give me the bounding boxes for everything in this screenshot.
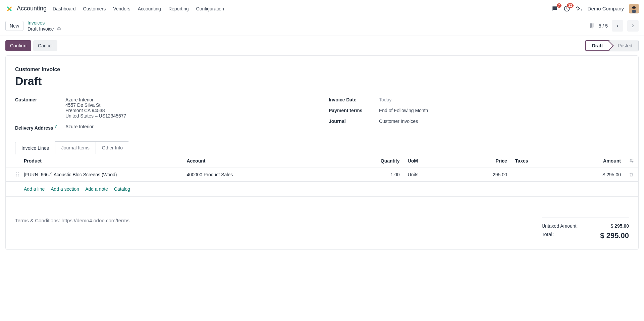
svg-point-12	[18, 174, 19, 175]
app-title[interactable]: Accounting	[17, 5, 47, 12]
col-uom[interactable]: UoM	[404, 154, 454, 168]
tab-invoice-lines[interactable]: Invoice Lines	[15, 142, 55, 154]
control-bar: New Invoices Draft Invoice 5 / 5	[0, 17, 644, 36]
total-value: $ 295.00	[600, 231, 629, 240]
svg-point-11	[16, 174, 17, 175]
untaxed-value: $ 295.00	[611, 223, 629, 229]
app-logo-icon[interactable]	[5, 5, 13, 13]
cell-price[interactable]: 295.00	[454, 168, 511, 181]
untaxed-label: Untaxed Amount:	[542, 223, 578, 229]
cell-account[interactable]: 400000 Product Sales	[182, 168, 347, 181]
journal-field[interactable]: Customer Invoices	[379, 119, 418, 124]
breadcrumb-parent[interactable]: Invoices	[28, 20, 61, 26]
customer-field[interactable]: Azure Interior 4557 De Silva St Fremont …	[65, 97, 126, 119]
customer-addr2: Fremont CA 94538	[65, 108, 126, 113]
drag-handle-icon[interactable]	[16, 172, 20, 177]
svg-point-9	[16, 172, 17, 173]
confirm-button[interactable]: Confirm	[5, 40, 31, 51]
new-button[interactable]: New	[5, 21, 23, 31]
customer-addr3: United States – US12345677	[65, 113, 126, 119]
bookmark-icon[interactable]	[589, 23, 595, 29]
user-avatar[interactable]	[629, 4, 639, 13]
svg-rect-5	[632, 10, 636, 13]
col-price[interactable]: Price	[454, 154, 511, 168]
messages-badge: 7	[557, 3, 561, 8]
totals: Untaxed Amount: $ 295.00 Total: $ 295.00	[542, 218, 629, 241]
add-note-link[interactable]: Add a note	[85, 186, 108, 192]
col-quantity[interactable]: Quantity	[347, 154, 404, 168]
svg-point-7	[631, 159, 632, 160]
customer-name: Azure Interior	[65, 97, 126, 102]
customer-label: Customer	[15, 97, 65, 119]
delivery-address-label: Delivery Address ?	[15, 124, 65, 131]
activities-badge: 22	[567, 3, 573, 8]
customer-addr1: 4557 De Silva St	[65, 102, 126, 108]
col-settings[interactable]	[625, 154, 638, 168]
messages-icon[interactable]: 7	[551, 5, 558, 12]
delivery-address-field[interactable]: Azure Interior	[65, 124, 94, 131]
nav-item-customers[interactable]: Customers	[83, 6, 106, 11]
company-selector[interactable]: Demo Company	[588, 6, 624, 11]
delete-row-icon[interactable]	[629, 172, 634, 177]
col-product[interactable]: Product	[6, 154, 182, 168]
catalog-link[interactable]: Catalog	[114, 186, 130, 192]
tabs: Invoice Lines Journal Items Other Info	[15, 141, 629, 154]
svg-point-8	[632, 161, 633, 162]
top-nav: Accounting Dashboard Customers Vendors A…	[0, 0, 644, 17]
debug-icon[interactable]	[576, 5, 582, 12]
pager-counter[interactable]: 5 / 5	[599, 23, 608, 29]
column-settings-icon[interactable]	[629, 158, 634, 164]
table-row[interactable]: [FURN_6667] Acoustic Bloc Screens (Wood)…	[6, 168, 638, 181]
nav-item-dashboard[interactable]: Dashboard	[53, 6, 76, 11]
cell-amount: $ 295.00	[562, 168, 625, 181]
status-posted[interactable]: Posted	[609, 40, 638, 51]
total-label: Total:	[542, 231, 554, 240]
journal-label: Journal	[329, 119, 379, 124]
svg-rect-6	[632, 7, 636, 8]
gear-icon[interactable]	[57, 27, 61, 31]
svg-point-10	[18, 172, 19, 173]
tab-journal-items[interactable]: Journal Items	[55, 141, 96, 154]
doc-title: Draft	[15, 75, 629, 88]
add-line-link[interactable]: Add a line	[24, 186, 45, 192]
col-amount[interactable]: Amount	[562, 154, 625, 168]
cell-uom[interactable]: Units	[404, 168, 454, 181]
breadcrumb-current-text: Draft Invoice	[28, 26, 54, 32]
pager-prev-button[interactable]	[612, 20, 623, 32]
nav-menu: Dashboard Customers Vendors Accounting R…	[53, 6, 224, 11]
svg-point-13	[16, 175, 17, 176]
status-bar: Draft Posted	[585, 40, 639, 51]
doc-type-label: Customer Invoice	[15, 66, 629, 73]
add-section-link[interactable]: Add a section	[51, 186, 79, 192]
payment-terms-label: Payment terms	[329, 108, 379, 113]
invoice-date-field[interactable]: Today	[379, 97, 391, 102]
invoice-lines-table: Product Account Quantity UoM Price Taxes…	[6, 154, 638, 210]
form-sheet: Customer Invoice Draft Customer Azure In…	[5, 55, 639, 250]
status-draft[interactable]: Draft	[585, 40, 610, 51]
nav-item-reporting[interactable]: Reporting	[168, 6, 189, 11]
pager-next-button[interactable]	[627, 20, 639, 32]
col-account[interactable]: Account	[182, 154, 347, 168]
payment-terms-field[interactable]: End of Following Month	[379, 108, 428, 113]
action-bar: Confirm Cancel Draft Posted	[0, 36, 644, 55]
nav-item-accounting[interactable]: Accounting	[138, 6, 161, 11]
nav-item-vendors[interactable]: Vendors	[113, 6, 130, 11]
cell-product[interactable]: [FURN_6667] Acoustic Bloc Screens (Wood)	[24, 172, 117, 177]
svg-point-14	[18, 175, 19, 176]
cell-quantity[interactable]: 1.00	[347, 168, 404, 181]
breadcrumb-current: Draft Invoice	[28, 26, 61, 32]
tab-other-info[interactable]: Other Info	[96, 141, 129, 154]
activities-icon[interactable]: 22	[564, 5, 570, 12]
invoice-date-label: Invoice Date	[329, 97, 379, 102]
nav-item-configuration[interactable]: Configuration	[196, 6, 224, 11]
terms-field[interactable]: Terms & Conditions: https://demo4.odoo.c…	[15, 218, 129, 223]
help-icon[interactable]: ?	[55, 124, 57, 128]
cell-taxes[interactable]	[511, 168, 562, 181]
col-taxes[interactable]: Taxes	[511, 154, 562, 168]
cancel-button[interactable]: Cancel	[33, 40, 57, 51]
